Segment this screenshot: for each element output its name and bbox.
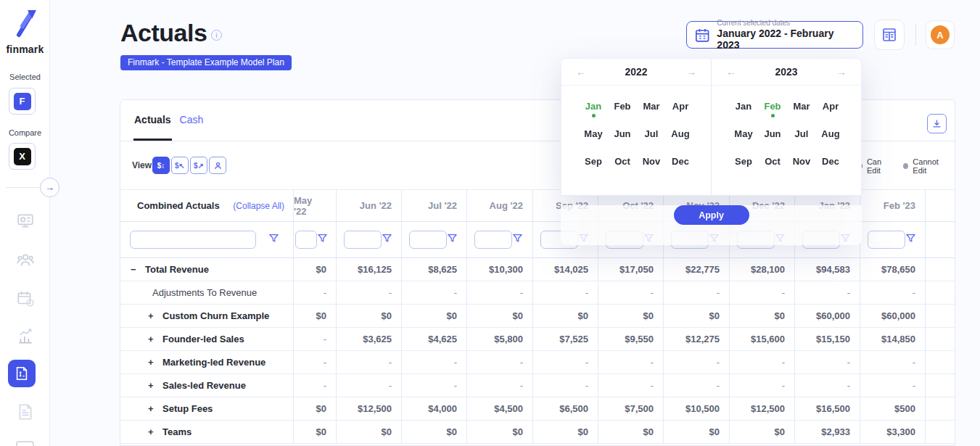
- value-cell[interactable]: $14,850: [860, 328, 926, 350]
- expand-row-icon[interactable]: +: [148, 334, 157, 344]
- filter-icon[interactable]: [268, 233, 279, 247]
- value-cell[interactable]: $15,150: [795, 328, 860, 350]
- value-cell[interactable]: $8,625: [402, 258, 467, 281]
- people-icon[interactable]: [15, 250, 35, 270]
- info-icon[interactable]: i: [211, 30, 222, 41]
- value-cell[interactable]: $0: [337, 305, 402, 327]
- filter-icon[interactable]: [382, 233, 392, 247]
- value-cell[interactable]: -: [860, 281, 926, 304]
- value-cell[interactable]: -: [795, 281, 860, 304]
- value-cell[interactable]: $2,933: [795, 421, 860, 443]
- month-cell-dec[interactable]: Dec: [666, 156, 695, 183]
- value-cell[interactable]: -: [598, 351, 664, 373]
- value-cell[interactable]: $14,025: [533, 258, 598, 281]
- value-cell[interactable]: $0: [664, 421, 730, 443]
- column-filter-input[interactable]: [868, 231, 905, 249]
- filter-icon[interactable]: [905, 233, 916, 247]
- value-cell[interactable]: $94,583: [795, 258, 860, 281]
- value-cell[interactable]: $7,525: [533, 328, 598, 350]
- value-cell[interactable]: $3,300: [860, 421, 926, 443]
- value-cell[interactable]: $28,100: [730, 258, 795, 281]
- month-cell-jan[interactable]: Jan: [579, 101, 608, 128]
- value-cell[interactable]: -: [860, 351, 926, 373]
- value-cell[interactable]: $16,125: [337, 258, 402, 281]
- month-cell-apr[interactable]: Apr: [666, 101, 695, 128]
- value-cell[interactable]: -: [533, 351, 598, 373]
- filter-icon[interactable]: [317, 233, 328, 247]
- value-cell[interactable]: $15,600: [730, 328, 795, 350]
- view-inflows-button[interactable]: $↖: [171, 157, 189, 174]
- value-cell[interactable]: -: [598, 281, 664, 304]
- value-cell[interactable]: -: [294, 374, 337, 397]
- value-cell[interactable]: -: [402, 374, 467, 397]
- month-cell-mar[interactable]: Mar: [787, 101, 816, 128]
- value-cell[interactable]: $16,500: [795, 397, 860, 420]
- month-cell-nov[interactable]: Nov: [637, 156, 666, 183]
- view-headcount-button[interactable]: [209, 157, 226, 174]
- month-cell-aug[interactable]: Aug: [816, 128, 845, 156]
- month-cell-may[interactable]: May: [579, 128, 608, 156]
- filter-icon[interactable]: [512, 233, 523, 247]
- partial-nav-icon[interactable]: [16, 441, 34, 446]
- value-cell[interactable]: $0: [467, 421, 533, 443]
- filter-icon[interactable]: [447, 233, 458, 247]
- value-cell[interactable]: $10,500: [664, 397, 730, 420]
- compare-scenario-button[interactable]: X: [9, 143, 36, 170]
- prev-year-icon[interactable]: ←: [576, 66, 586, 78]
- value-cell[interactable]: -: [294, 328, 337, 350]
- month-cell-jun[interactable]: Jun: [758, 128, 787, 156]
- value-cell[interactable]: $0: [730, 305, 795, 327]
- value-cell[interactable]: $0: [467, 305, 533, 327]
- value-cell[interactable]: $4,500: [467, 397, 533, 420]
- value-cell[interactable]: $9,550: [598, 328, 664, 350]
- value-cell[interactable]: $22,775: [664, 258, 730, 281]
- month-cell-sep[interactable]: Sep: [729, 156, 758, 183]
- value-cell[interactable]: $3,625: [337, 328, 402, 350]
- spreadsheet-button[interactable]: [874, 20, 905, 50]
- value-cell[interactable]: $78,650: [860, 258, 926, 281]
- expand-row-icon[interactable]: +: [148, 357, 157, 368]
- month-cell-may[interactable]: May: [729, 128, 758, 156]
- value-cell[interactable]: -: [402, 281, 467, 304]
- month-cell-mar[interactable]: Mar: [637, 101, 666, 128]
- month-cell-oct[interactable]: Oct: [608, 156, 637, 183]
- actuals-doc-icon[interactable]: [8, 360, 36, 387]
- selected-scenario-button[interactable]: F: [9, 88, 36, 115]
- value-cell[interactable]: $0: [664, 305, 730, 327]
- expand-row-icon[interactable]: +: [148, 426, 157, 437]
- value-cell[interactable]: $0: [533, 305, 598, 327]
- value-cell[interactable]: -: [467, 374, 533, 397]
- month-cell-dec[interactable]: Dec: [816, 156, 845, 183]
- month-cell-jul[interactable]: Jul: [787, 128, 816, 156]
- value-cell[interactable]: $0: [598, 305, 664, 327]
- next-year-icon[interactable]: →: [686, 66, 696, 78]
- value-cell[interactable]: $17,050: [598, 258, 664, 281]
- chart-icon[interactable]: [15, 326, 35, 346]
- value-cell[interactable]: -: [795, 374, 860, 397]
- month-cell-feb[interactable]: Feb: [608, 101, 637, 128]
- month-cell-oct[interactable]: Oct: [758, 156, 787, 183]
- value-cell[interactable]: -: [730, 374, 795, 397]
- value-cell[interactable]: -: [337, 351, 402, 373]
- view-outflows-button[interactable]: $↗: [190, 157, 207, 174]
- month-cell-jun[interactable]: Jun: [608, 128, 637, 156]
- apply-button[interactable]: Apply: [674, 205, 749, 225]
- sidebar-expand-button[interactable]: →: [40, 178, 59, 197]
- value-cell[interactable]: $12,275: [664, 328, 730, 350]
- value-cell[interactable]: $6,500: [533, 397, 598, 420]
- value-cell[interactable]: $0: [402, 421, 467, 443]
- expand-row-icon[interactable]: +: [148, 380, 157, 391]
- value-cell[interactable]: -: [467, 281, 533, 304]
- value-cell[interactable]: $10,300: [467, 258, 533, 281]
- tab-actuals[interactable]: Actuals: [133, 100, 172, 141]
- download-button[interactable]: [927, 114, 947, 133]
- value-cell[interactable]: $0: [294, 421, 337, 443]
- monitor-icon[interactable]: [15, 211, 35, 231]
- value-cell[interactable]: -: [337, 281, 402, 304]
- value-cell[interactable]: -: [533, 281, 598, 304]
- calendar-dollar-icon[interactable]: [15, 289, 35, 308]
- value-cell[interactable]: $0: [598, 421, 664, 443]
- collapse-row-icon[interactable]: −: [131, 264, 139, 275]
- value-cell[interactable]: -: [337, 374, 402, 397]
- value-cell[interactable]: $500: [860, 397, 926, 420]
